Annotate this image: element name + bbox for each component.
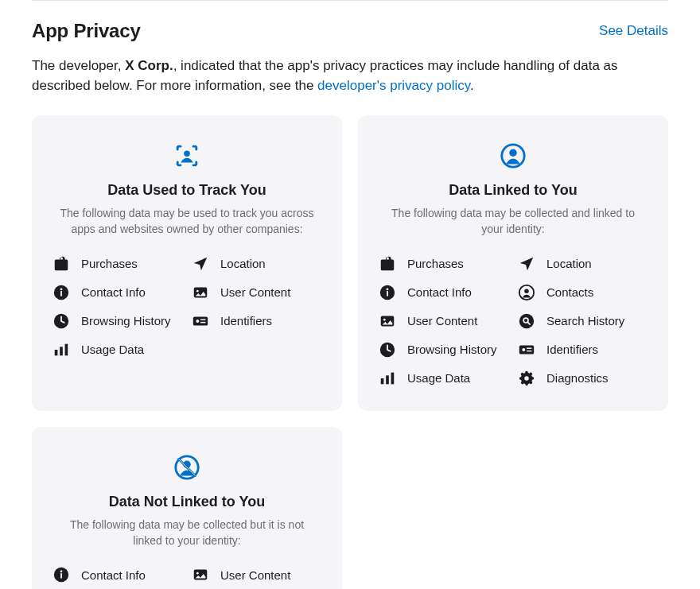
- privacy-card-linked: Data Linked to You The following data ma…: [358, 115, 668, 411]
- data-type-label: Identifiers: [546, 343, 598, 356]
- identifiers-icon: [192, 312, 209, 330]
- data-type-label: Identifiers: [220, 314, 272, 327]
- data-type-item: Identifiers: [192, 312, 321, 330]
- card-title: Data Used to Track You: [52, 182, 321, 199]
- notlinked-items: Contact InfoUser ContentOther Data: [52, 566, 321, 589]
- card-subtitle: The following data may be collected and …: [379, 205, 648, 238]
- data-type-label: Browsing History: [407, 343, 497, 356]
- data-type-label: Usage Data: [407, 371, 470, 385]
- data-type-label: User Content: [407, 314, 477, 327]
- card-title: Data Not Linked to You: [52, 494, 321, 510]
- data-type-item: User Content: [379, 312, 508, 330]
- contactinfo-icon: [379, 284, 396, 301]
- data-type-label: Contact Info: [81, 568, 146, 582]
- contacts-icon: [518, 284, 535, 301]
- browsing-icon: [52, 312, 70, 330]
- track-items: PurchasesLocationContact InfoUser Conten…: [52, 255, 321, 358]
- location-icon: [192, 255, 209, 273]
- linked-items: PurchasesLocationContact InfoContactsUse…: [379, 255, 648, 387]
- data-type-label: Search History: [546, 314, 624, 327]
- tracking-icon: [52, 139, 321, 172]
- data-type-label: Diagnostics: [546, 371, 609, 385]
- contactinfo-icon: [52, 284, 70, 301]
- card-subtitle: The following data may be used to track …: [52, 205, 321, 238]
- data-type-label: Contact Info: [81, 285, 146, 299]
- developer-privacy-policy-link[interactable]: developer's privacy policy: [317, 78, 470, 93]
- search-icon: [518, 312, 535, 330]
- usercontent-icon: [192, 566, 209, 583]
- section-title: App Privacy: [32, 20, 141, 42]
- data-type-item: Browsing History: [379, 341, 508, 358]
- browsing-icon: [379, 341, 396, 358]
- contactinfo-icon: [52, 566, 70, 583]
- data-type-item: Contact Info: [52, 284, 182, 301]
- location-icon: [518, 255, 535, 273]
- developer-name: X Corp.: [125, 58, 173, 73]
- data-type-item: Contact Info: [52, 566, 182, 583]
- data-type-label: User Content: [220, 568, 290, 582]
- see-details-link[interactable]: See Details: [599, 23, 668, 39]
- linked-icon: [379, 139, 648, 172]
- privacy-intro: The developer, X Corp., indicated that t…: [32, 56, 668, 96]
- data-type-item: User Content: [192, 284, 321, 301]
- data-type-label: Purchases: [81, 257, 138, 270]
- usage-icon: [52, 341, 70, 358]
- data-type-item: Search History: [518, 312, 648, 330]
- section-divider: [32, 0, 668, 1]
- data-type-item: Location: [192, 255, 321, 273]
- usercontent-icon: [192, 284, 209, 301]
- data-type-label: Usage Data: [81, 343, 144, 356]
- data-type-item: Purchases: [379, 255, 508, 273]
- data-type-item: Purchases: [52, 255, 182, 273]
- data-type-item: Usage Data: [379, 370, 508, 387]
- privacy-card-notlinked: Data Not Linked to You The following dat…: [32, 427, 342, 589]
- data-type-label: Contact Info: [407, 285, 472, 299]
- data-type-label: Purchases: [407, 257, 464, 270]
- data-type-item: Identifiers: [518, 341, 648, 358]
- card-title: Data Linked to You: [379, 182, 648, 199]
- data-type-label: Browsing History: [81, 314, 171, 327]
- identifiers-icon: [518, 341, 535, 358]
- notlinked-icon: [52, 451, 321, 484]
- data-type-item: Usage Data: [52, 341, 182, 358]
- usage-icon: [379, 370, 396, 387]
- data-type-label: Contacts: [546, 285, 593, 299]
- data-type-item: Contact Info: [379, 284, 508, 301]
- data-type-label: Location: [546, 257, 592, 270]
- purchases-icon: [379, 255, 396, 273]
- data-type-label: Location: [220, 257, 266, 270]
- privacy-card-track: Data Used to Track You The following dat…: [32, 115, 342, 411]
- data-type-item: User Content: [192, 566, 321, 583]
- intro-prefix: The developer,: [32, 58, 125, 73]
- intro-suffix: .: [470, 78, 474, 93]
- purchases-icon: [52, 255, 70, 273]
- usercontent-icon: [379, 312, 396, 330]
- data-type-item: Diagnostics: [518, 370, 648, 387]
- card-subtitle: The following data may be collected but …: [52, 517, 321, 549]
- data-type-label: User Content: [220, 285, 290, 299]
- data-type-item: Browsing History: [52, 312, 182, 330]
- diagnostics-icon: [518, 370, 535, 387]
- data-type-item: Location: [518, 255, 648, 273]
- data-type-item: Contacts: [518, 284, 648, 301]
